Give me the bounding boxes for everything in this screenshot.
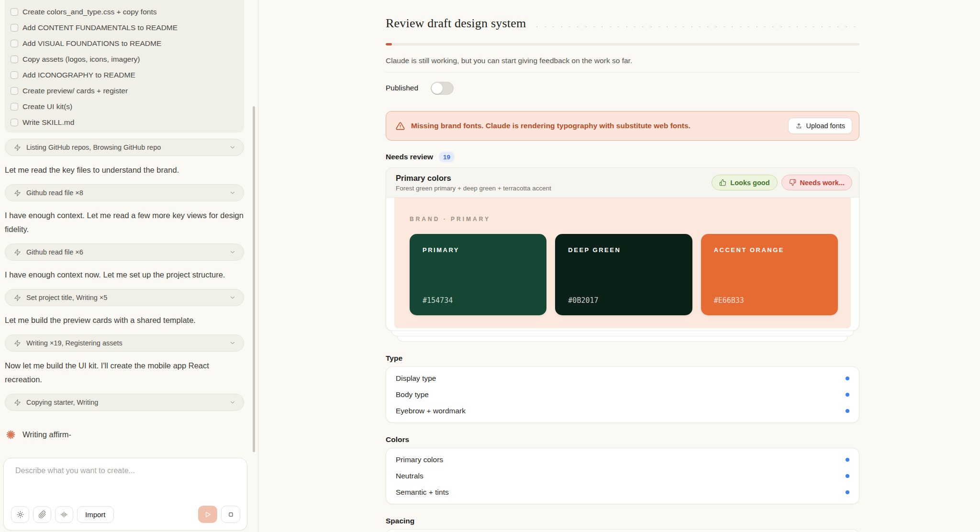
missing-fonts-banner: Missing brand fonts. Claude is rendering…	[386, 111, 859, 141]
todo-checklist-card: Create colors_and_type.css + copy fonts …	[5, 0, 244, 133]
prompt-composer: Import	[3, 458, 247, 531]
todo-checkbox[interactable]	[11, 119, 18, 126]
assistant-message: I have enough context now. Let me set up…	[5, 268, 244, 282]
todo-label: Add VISUAL FOUNDATIONS to README	[22, 39, 161, 48]
review-list-row[interactable]: Eyebrow + wordmark	[386, 403, 859, 419]
todo-item: Add VISUAL FOUNDATIONS to README	[11, 35, 237, 51]
streaming-status: Writing affirm-	[5, 415, 244, 440]
warning-triangle-icon	[396, 122, 405, 131]
color-swatch: PRIMARY #154734	[410, 234, 546, 315]
todo-checkbox[interactable]	[11, 87, 18, 95]
review-list-row[interactable]: Semantic + tints	[386, 484, 859, 500]
tool-call-pill[interactable]: Copying starter, Writing	[5, 394, 244, 411]
bolt-icon	[14, 340, 21, 347]
list-row-label: Primary colors	[396, 455, 443, 464]
review-card-subtitle: Forest green primary + deep green + terr…	[396, 185, 551, 192]
todo-checkbox[interactable]	[11, 40, 18, 47]
brand-preview: BRAND · PRIMARY PRIMARY #154734 DEEP GRE…	[394, 198, 851, 328]
swatch-hex: #E66B33	[714, 296, 744, 305]
assistant-message: Let me build the preview cards with a sh…	[5, 313, 244, 327]
section-heading-spacing: Spacing	[386, 517, 859, 525]
upload-fonts-button[interactable]: Upload fonts	[788, 118, 852, 134]
todo-checkbox[interactable]	[11, 55, 18, 63]
published-label: Published	[386, 84, 418, 92]
progress-fill	[386, 43, 392, 45]
assistant-message: Now let me build the UI kit. I'll create…	[5, 359, 244, 387]
stop-square-icon	[227, 510, 235, 519]
needs-work-button[interactable]: Needs work...	[781, 175, 852, 190]
published-toggle[interactable]	[431, 82, 454, 95]
chevron-down-icon	[229, 189, 236, 196]
tool-call-label: Copying starter, Writing	[26, 399, 224, 406]
tool-call-label: Listing GitHub repos, Browsing GitHub re…	[26, 144, 224, 151]
divider	[386, 72, 859, 73]
list-row-label: Body type	[396, 390, 429, 399]
attach-button[interactable]	[33, 506, 51, 523]
todo-label: Create preview/ cards + register	[22, 87, 128, 95]
paperclip-icon	[38, 510, 46, 519]
tool-call-pill[interactable]: Listing GitHub repos, Browsing GitHub re…	[5, 139, 244, 156]
tool-call-pill[interactable]: Github read file ×8	[5, 184, 244, 201]
published-row: Published	[386, 79, 859, 97]
claude-starburst-icon	[6, 430, 16, 440]
looks-good-button[interactable]: Looks good	[712, 175, 777, 190]
looks-good-label: Looks good	[730, 179, 769, 187]
review-list-row[interactable]: Body type	[386, 387, 859, 403]
todo-checkbox[interactable]	[11, 103, 18, 111]
preview-eyebrow: BRAND · PRIMARY	[410, 216, 838, 222]
list-row-label: Semantic + tints	[396, 488, 449, 497]
streaming-text: Writing affirm-	[22, 430, 71, 439]
progress-bar	[386, 43, 859, 45]
review-actions: Looks good Needs work...	[712, 175, 852, 190]
import-label: Import	[85, 510, 106, 519]
task-sidebar: Create colors_and_type.css + copy fonts …	[0, 0, 258, 532]
sidebar-scrollbar[interactable]	[253, 106, 255, 452]
unreviewed-dot	[846, 409, 849, 413]
bolt-icon	[14, 399, 21, 406]
chevron-down-icon	[229, 294, 236, 301]
review-card-primary-colors: Primary colors Forest green primary + de…	[386, 167, 859, 331]
todo-label: Copy assets (logos, icons, imagery)	[22, 55, 140, 64]
todo-item: Create colors_and_type.css + copy fonts	[11, 4, 237, 20]
review-list-row[interactable]: Display type	[386, 370, 859, 387]
chevron-down-icon	[229, 340, 236, 346]
todo-checkbox[interactable]	[11, 8, 18, 16]
todo-label: Add ICONOGRAPHY to README	[22, 71, 135, 79]
needs-review-count-badge: 19	[439, 152, 455, 162]
tool-call-label: Writing ×19, Registering assets	[26, 339, 224, 347]
unreviewed-dot	[846, 474, 849, 478]
swatch-row: PRIMARY #154734 DEEP GREEN #0B2017 ACCEN…	[410, 234, 838, 315]
colors-list-card: Primary colors Neutrals Semantic + tints	[386, 448, 859, 504]
send-icon	[204, 510, 212, 519]
send-button[interactable]	[198, 506, 217, 523]
todo-item: Add ICONOGRAPHY to README	[11, 67, 237, 83]
review-card-header: Primary colors Forest green primary + de…	[386, 168, 859, 198]
assistant-message: I have enough context. Let me read a few…	[5, 209, 244, 236]
todo-checkbox[interactable]	[11, 24, 18, 32]
prompt-input[interactable]	[15, 466, 235, 493]
swatch-name: PRIMARY	[423, 246, 459, 254]
todo-checkbox[interactable]	[11, 71, 18, 79]
todo-item: Write SKILL.md	[11, 114, 237, 130]
tool-call-label: Set project title, Writing ×5	[26, 294, 224, 301]
review-list-row[interactable]: Neutrals	[386, 468, 859, 484]
voice-button[interactable]	[55, 506, 73, 523]
review-panel: Review draft design system Claude is sti…	[386, 0, 859, 532]
todo-item: Add CONTENT FUNDAMENTALS to README	[11, 20, 237, 35]
tool-call-pill[interactable]: Set project title, Writing ×5	[5, 289, 244, 306]
review-list-row[interactable]: Primary colors	[386, 452, 859, 468]
section-heading-colors: Colors	[386, 435, 859, 444]
tool-call-pill[interactable]: Github read file ×6	[5, 244, 244, 261]
swatch-name: DEEP GREEN	[568, 246, 621, 254]
import-button[interactable]: Import	[77, 506, 114, 523]
title-dotted-rule	[536, 26, 858, 27]
list-row-label: Display type	[396, 374, 436, 383]
settings-button[interactable]	[11, 506, 29, 523]
chevron-down-icon	[229, 144, 236, 151]
assistant-message: Let me read the key files to understand …	[5, 163, 244, 177]
needs-review-row: Needs review 19	[386, 151, 859, 163]
tool-call-pill[interactable]: Writing ×19, Registering assets	[5, 334, 244, 352]
stop-button[interactable]	[221, 506, 240, 523]
list-row-label: Neutrals	[396, 472, 423, 480]
composer-toolbar: Import	[11, 506, 240, 523]
